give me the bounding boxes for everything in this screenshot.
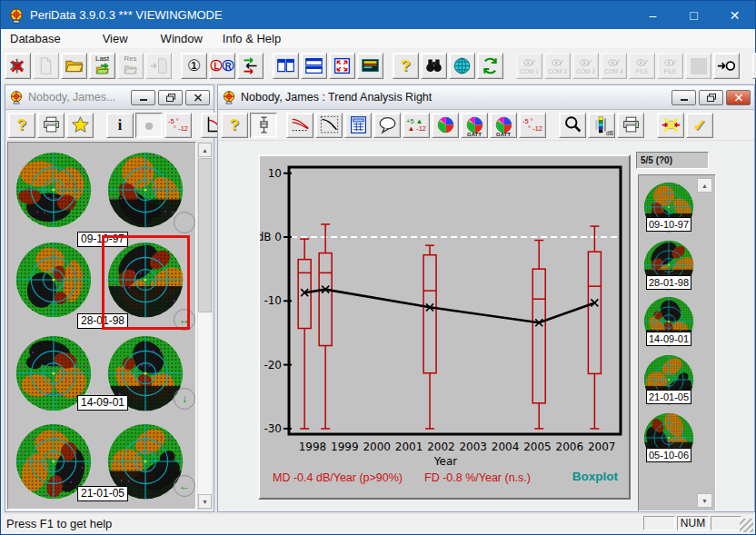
scrollbar-thumb[interactable]: [198, 158, 212, 312]
restore-icon: [166, 94, 175, 102]
overview-title-bar[interactable]: Nobody, James...: [5, 85, 214, 110]
swap-compare-button[interactable]: [237, 53, 264, 79]
window-title: PeriData 3.9.0.3 *** VIEWINGMODE: [30, 8, 632, 22]
com4-button[interactable]: COM 4: [601, 53, 627, 79]
close-all-button[interactable]: [752, 53, 756, 79]
refresh-icon: [481, 56, 500, 75]
speech-bubble-icon: [378, 115, 397, 134]
child-close-button[interactable]: [726, 90, 751, 105]
vertical-scrollbar[interactable]: ▲ ▼: [197, 142, 213, 510]
value-table-button[interactable]: [344, 113, 372, 138]
globe-icon: [453, 56, 472, 75]
svg-text:2000: 2000: [363, 441, 391, 453]
print-button[interactable]: [617, 113, 644, 138]
plus-levels-button[interactable]: +5 ▲▲ -12: [403, 113, 430, 138]
com-eye-icon: [551, 57, 564, 68]
trend-curves-button[interactable]: [286, 113, 313, 138]
info-button[interactable]: i: [106, 113, 134, 138]
gatt-map-button-1[interactable]: GATT: [461, 113, 488, 138]
import-icon: [149, 56, 168, 75]
check-icon: ✓: [692, 117, 706, 134]
zoom-button[interactable]: [559, 113, 586, 138]
menu-window[interactable]: Window: [152, 29, 212, 48]
display-settings-button[interactable]: [357, 53, 383, 79]
strip-exam-date-label: 21-01-05: [646, 390, 691, 404]
blank-icon: [691, 58, 707, 74]
exam-thumbnail-left-eye[interactable]: [14, 240, 94, 320]
svg-text:2003: 2003: [459, 441, 487, 453]
grayscale-view-button[interactable]: ●: [135, 113, 163, 138]
up-arrow-icon: ▲: [202, 147, 208, 154]
windows-vertical-button[interactable]: [273, 53, 299, 79]
strip-scroll-up-button[interactable]: ▲: [697, 178, 712, 193]
search-button[interactable]: [421, 53, 447, 79]
menu-database[interactable]: Database: [1, 29, 70, 48]
resize-grip[interactable]: [740, 519, 753, 532]
com2-button[interactable]: COM 2: [544, 53, 571, 79]
open-folder-icon: [65, 56, 84, 75]
strip-exam-date-label: 14-09-01: [646, 332, 691, 346]
boxplot-view-button[interactable]: [250, 113, 277, 138]
color-map-button[interactable]: [432, 113, 459, 138]
regression-curve-button[interactable]: [315, 113, 343, 138]
import-record-button[interactable]: [145, 53, 172, 79]
file-import-button[interactable]: FILE: [629, 53, 655, 79]
minimize-button[interactable]: –: [632, 1, 673, 29]
help-button[interactable]: ?: [221, 113, 248, 138]
open-result-button[interactable]: Res: [117, 53, 144, 79]
last-folder-icon: [94, 63, 110, 76]
black-curve-icon: [320, 115, 339, 134]
maximize-button[interactable]: □: [673, 1, 714, 29]
visual-field-map: [14, 150, 94, 230]
svg-text:2004: 2004: [492, 441, 520, 453]
levels-button[interactable]: -5 °° -12: [164, 113, 192, 138]
left-right-view-button[interactable]: ⓁⓇ: [209, 53, 235, 79]
trend-title-bar[interactable]: Nobody, James : Trend Analysis Right: [218, 85, 754, 110]
refresh-button[interactable]: [477, 53, 503, 79]
svg-text:dB 0: dB 0: [260, 231, 282, 243]
exit-database-button[interactable]: [5, 53, 31, 79]
child-restore-button[interactable]: [158, 90, 183, 105]
child-minimize-button[interactable]: [671, 90, 696, 105]
windows-overlap-button[interactable]: [329, 53, 355, 79]
apply-button[interactable]: ✓: [686, 113, 713, 138]
regression-stats: MD -0.4 dB/Year (p>90%) FD -0.8 %/Year (…: [273, 471, 531, 484]
down-arrow-icon: ▼: [202, 499, 208, 505]
open-last-button[interactable]: Last: [89, 53, 115, 79]
web-button[interactable]: [449, 53, 475, 79]
md-stat: MD -0.4 dB/Year (p>90%): [273, 471, 403, 484]
single-view-button[interactable]: ①: [181, 53, 207, 79]
open-examination-button[interactable]: [61, 53, 87, 79]
child-restore-button[interactable]: [699, 90, 723, 105]
gatt-map-button-2[interactable]: GATT: [490, 113, 517, 138]
new-record-button[interactable]: [33, 53, 59, 79]
pie-chart-icon: [436, 115, 455, 134]
favorites-button[interactable]: [66, 113, 94, 138]
menu-view[interactable]: View: [94, 29, 137, 48]
svg-text:2002: 2002: [427, 441, 455, 453]
close-button[interactable]: ✕: [714, 1, 755, 29]
com3-button[interactable]: COM 3: [572, 53, 599, 79]
scroll-up-button[interactable]: ▲: [198, 143, 212, 157]
cancel-analysis-button[interactable]: [657, 113, 684, 138]
help-button[interactable]: ?: [393, 53, 419, 79]
vertical-split-icon: [276, 56, 295, 75]
minus-levels-button[interactable]: -5 °° -12: [519, 113, 546, 138]
strip-scroll-down-button[interactable]: ▼: [697, 493, 712, 508]
logoff-button[interactable]: [713, 53, 740, 79]
comment-button[interactable]: [373, 113, 401, 138]
boxplot-box: [319, 224, 332, 429]
child-close-button[interactable]: [185, 90, 210, 105]
binoculars-icon: [424, 56, 443, 75]
menu-info-help[interactable]: Info & Help: [214, 29, 290, 48]
help-button[interactable]: ?: [8, 113, 35, 138]
windows-horizontal-button[interactable]: [301, 53, 327, 79]
scale-button[interactable]: dB: [588, 113, 615, 138]
exam-thumbnail-left-eye[interactable]: [14, 150, 94, 230]
print-button[interactable]: [37, 113, 65, 138]
com1-button[interactable]: COM 1: [516, 53, 542, 79]
scroll-down-button[interactable]: ▼: [198, 494, 212, 509]
arrow-to-circle-icon: [717, 56, 736, 75]
child-minimize-button[interactable]: [131, 90, 155, 105]
file-export-button[interactable]: FILE: [657, 53, 683, 79]
